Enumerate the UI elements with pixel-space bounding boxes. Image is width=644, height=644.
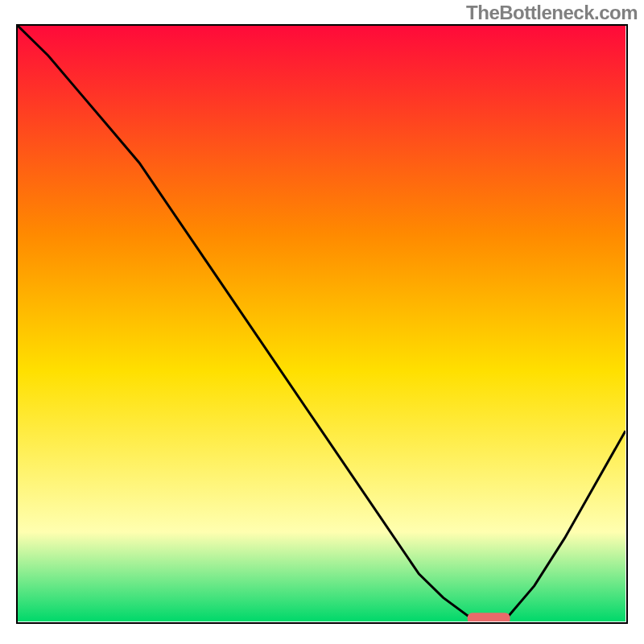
plot-area <box>16 24 628 624</box>
chart-container: TheBottleneck.com <box>0 0 644 644</box>
optimum-marker <box>468 613 510 621</box>
gradient-background <box>18 26 625 621</box>
watermark-text: TheBottleneck.com <box>466 2 638 24</box>
chart-svg <box>18 26 625 621</box>
